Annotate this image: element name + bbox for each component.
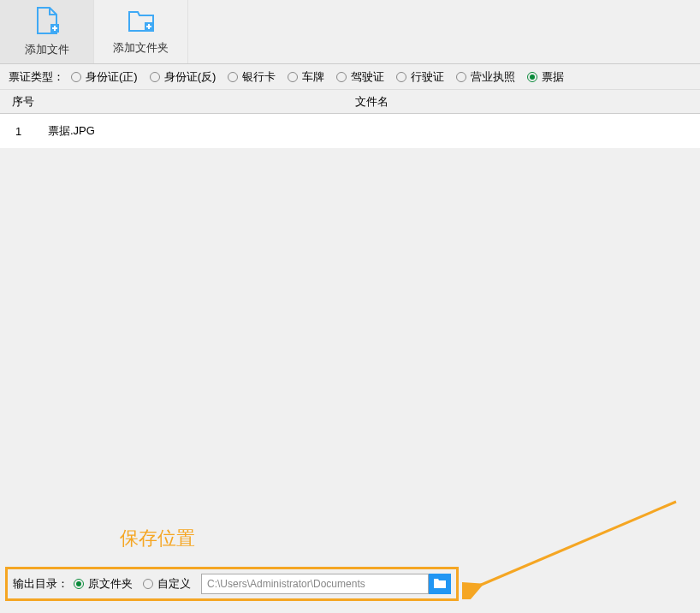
radio-icon	[527, 72, 537, 82]
radio-icon	[396, 72, 406, 82]
row-name: 票据.JPG	[43, 123, 700, 139]
radio-icon	[336, 72, 347, 82]
browse-button[interactable]	[429, 574, 451, 594]
type-option-4[interactable]: 驾驶证	[336, 69, 384, 85]
type-option-1[interactable]: 身份证(反)	[150, 69, 217, 85]
output-option-0[interactable]: 原文件夹	[74, 576, 133, 592]
folder-icon	[433, 577, 447, 592]
col-num-header: 序号	[0, 94, 43, 110]
radio-icon	[74, 579, 84, 589]
type-option-0[interactable]: 身份证(正)	[71, 69, 138, 85]
type-option-label: 营业执照	[471, 69, 515, 85]
type-option-6[interactable]: 营业执照	[456, 69, 515, 85]
type-option-label: 行驶证	[411, 69, 444, 85]
type-option-7[interactable]: 票据	[527, 69, 564, 85]
add-folder-label: 添加文件夹	[113, 40, 169, 56]
type-option-3[interactable]: 车牌	[288, 69, 324, 85]
output-option-1[interactable]: 自定义	[143, 576, 191, 592]
radio-icon	[456, 72, 466, 82]
type-label: 票证类型：	[9, 69, 64, 85]
type-option-label: 银行卡	[242, 69, 276, 85]
toolbar: 添加文件 添加文件夹	[0, 0, 700, 64]
add-folder-button[interactable]: 添加文件夹	[94, 0, 188, 63]
table-header: 序号 文件名	[0, 90, 700, 114]
type-option-5[interactable]: 行驶证	[396, 69, 444, 85]
radio-icon	[288, 72, 298, 82]
add-file-button[interactable]: 添加文件	[0, 0, 94, 63]
annotation-label: 保存位置	[120, 526, 195, 551]
type-option-label: 车牌	[302, 69, 324, 85]
type-option-label: 驾驶证	[351, 69, 384, 85]
folder-add-icon	[128, 9, 155, 35]
add-file-label: 添加文件	[25, 42, 69, 57]
col-name-header: 文件名	[43, 94, 700, 110]
type-row: 票证类型： 身份证(正)身份证(反)银行卡车牌驾驶证行驶证营业执照票据	[0, 64, 700, 90]
type-option-label: 身份证(反)	[164, 69, 217, 85]
type-option-label: 身份证(正)	[86, 69, 138, 85]
output-section: 输出目录： 原文件夹自定义 C:\Users\Administrator\Doc…	[5, 567, 459, 601]
radio-icon	[71, 72, 81, 82]
row-num: 1	[0, 125, 43, 138]
radio-icon	[150, 72, 160, 82]
output-option-label: 原文件夹	[88, 576, 133, 592]
output-label: 输出目录：	[13, 576, 68, 592]
radio-icon	[228, 72, 238, 82]
output-path-input[interactable]: C:\Users\Administrator\Documents	[201, 574, 429, 594]
output-option-label: 自定义	[157, 576, 191, 592]
table-body: 1票据.JPG	[0, 114, 700, 530]
radio-icon	[143, 579, 153, 589]
table-row[interactable]: 1票据.JPG	[0, 114, 700, 148]
type-option-2[interactable]: 银行卡	[228, 69, 276, 85]
file-add-icon	[35, 7, 59, 37]
type-option-label: 票据	[542, 69, 564, 85]
